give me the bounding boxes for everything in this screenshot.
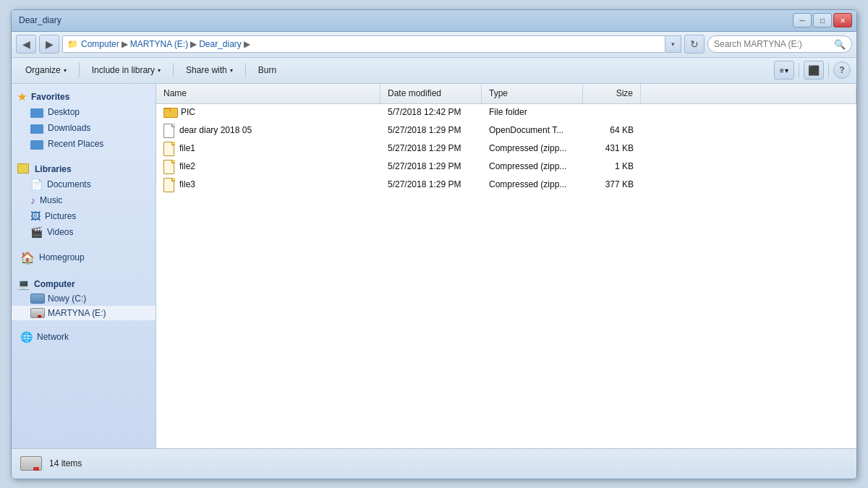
sidebar-section-computer: 💻 Computer Nowy (C:) MARTYNA (E:) — [12, 275, 156, 320]
network-icon: 🌐 — [20, 331, 33, 343]
file-list[interactable]: PIC 5/7/2018 12:42 PM File folder dear d… — [156, 104, 856, 448]
toolbar-separator-1 — [79, 63, 80, 77]
file-cell-type-file3: Compressed (zipp... — [482, 178, 583, 191]
address-bar: ◀ ▶ 📁 Computer ▶ MARTYNA (E:) ▶ Dear_dia… — [12, 32, 856, 58]
view-options-button[interactable]: ≡ ▾ — [774, 61, 794, 80]
refresh-button[interactable]: ↻ — [684, 35, 705, 53]
sidebar-section-network: 🌐 Network — [12, 329, 156, 345]
file-icon-folder-pic — [163, 107, 176, 118]
table-row[interactable]: file2 5/27/2018 1:29 PM Compressed (zipp… — [156, 158, 856, 176]
file-cell-name-deardiary: dear diary 2018 05 — [156, 122, 380, 138]
address-dropdown-button[interactable]: ▾ — [665, 35, 681, 53]
recent-places-folder-icon — [30, 138, 43, 150]
file-cell-name-file2: file2 — [156, 158, 380, 174]
explorer-window: Dear_diary ─ □ ✕ ◀ ▶ 📁 Computer ▶ MARTYN… — [11, 9, 857, 479]
breadcrumb-dear-diary[interactable]: Dear_diary — [199, 39, 242, 49]
sidebar-section-homegroup: 🏠 Homegroup — [12, 249, 156, 267]
include-library-button[interactable]: Include in library ▾ — [84, 60, 169, 80]
file-cell-type-deardiary: OpenDocument T... — [482, 124, 583, 137]
sidebar-spacer-2 — [12, 243, 156, 249]
close-button[interactable]: ✕ — [833, 13, 852, 27]
sidebar-item-martyna-e[interactable]: MARTYNA (E:) — [12, 306, 156, 320]
column-header-name[interactable]: Name — [156, 84, 380, 103]
status-drive-icon — [20, 455, 42, 472]
burn-button[interactable]: Burn — [250, 60, 284, 80]
address-path[interactable]: 📁 Computer ▶ MARTYNA (E:) ▶ Dear_diary ▶ — [62, 35, 665, 53]
share-with-button[interactable]: Share with ▾ — [178, 60, 241, 80]
column-header-type[interactable]: Type — [482, 84, 583, 103]
table-row[interactable]: file1 5/27/2018 1:29 PM Compressed (zipp… — [156, 140, 856, 158]
file-cell-size-file2: 1 KB — [583, 160, 641, 173]
file-icon-zip-file1 — [163, 142, 175, 155]
sidebar-spacer-3 — [12, 270, 156, 275]
search-box[interactable]: 🔍 — [707, 35, 852, 53]
downloads-folder-icon — [30, 122, 43, 134]
forward-button[interactable]: ▶ — [39, 35, 59, 53]
window-title: Dear_diary — [19, 15, 61, 25]
nowy-c-drive-icon — [30, 294, 43, 304]
preview-pane-button[interactable]: ⬛ — [804, 61, 824, 80]
file-cell-extra-file1 — [641, 147, 856, 150]
organize-dropdown-icon: ▾ — [64, 67, 67, 74]
title-bar: Dear_diary ─ □ ✕ — [12, 10, 856, 32]
file-icon-doc-deardiary — [163, 124, 175, 137]
search-icon: 🔍 — [834, 39, 846, 50]
file-area: Name Date modified Type Size P — [156, 84, 856, 448]
sidebar-item-downloads[interactable]: Downloads — [12, 120, 156, 136]
table-row[interactable]: PIC 5/7/2018 12:42 PM File folder — [156, 104, 856, 121]
help-button[interactable]: ? — [833, 61, 851, 79]
share-with-dropdown-icon: ▾ — [230, 67, 233, 74]
sidebar-item-desktop[interactable]: Desktop — [12, 104, 156, 120]
file-cell-type-pic: File folder — [482, 106, 583, 119]
include-library-dropdown-icon: ▾ — [158, 67, 161, 74]
file-cell-name-pic: PIC — [156, 106, 380, 119]
file-cell-size-file3: 377 KB — [583, 178, 641, 191]
file-cell-size-pic — [583, 111, 641, 114]
sidebar-item-music[interactable]: ♪ Music — [12, 192, 156, 208]
sidebar-item-nowy-c[interactable]: Nowy (C:) — [12, 291, 156, 306]
column-header-extra — [641, 84, 856, 103]
file-icon-zip-file3 — [163, 178, 175, 191]
libraries-icon — [17, 163, 30, 175]
sidebar-item-documents[interactable]: 📄 Documents — [12, 176, 156, 192]
sidebar-scroll-area[interactable]: ★ Favorites Desktop Downloads Recent Pla… — [12, 84, 156, 448]
folder-icon: 📁 — [67, 39, 78, 49]
music-icon: ♪ — [30, 194, 35, 206]
pictures-icon: 🖼 — [30, 210, 41, 222]
organize-button[interactable]: Organize ▾ — [17, 60, 75, 80]
sidebar-item-homegroup[interactable]: 🏠 Homegroup — [12, 249, 156, 267]
file-cell-extra-pic — [641, 111, 856, 114]
toolbar-separator-2 — [173, 63, 174, 77]
file-cell-date-file1: 5/27/2018 1:29 PM — [380, 142, 482, 155]
desktop-folder-icon — [30, 106, 43, 118]
column-header-size[interactable]: Size — [583, 84, 641, 103]
sidebar-item-pictures[interactable]: 🖼 Pictures — [12, 208, 156, 224]
view-list-icon: ≡ — [780, 67, 784, 74]
table-row[interactable]: file3 5/27/2018 1:29 PM Compressed (zipp… — [156, 176, 856, 194]
martyna-e-drive-icon — [30, 308, 43, 318]
minimize-button[interactable]: ─ — [793, 13, 812, 27]
search-input[interactable] — [714, 39, 831, 49]
maximize-button[interactable]: □ — [813, 13, 832, 27]
breadcrumb-computer[interactable]: Computer — [81, 39, 119, 49]
breadcrumb-martyna[interactable]: MARTYNA (E:) — [130, 39, 188, 49]
favorites-icon: ★ — [17, 91, 27, 103]
documents-icon: 📄 — [30, 179, 43, 190]
file-cell-name-file1: file1 — [156, 140, 380, 156]
sidebar-favorites-header[interactable]: ★ Favorites — [12, 88, 156, 104]
sidebar-item-network[interactable]: 🌐 Network — [12, 329, 156, 345]
sidebar-libraries-header[interactable]: Libraries — [12, 160, 156, 176]
file-cell-extra-file3 — [641, 183, 856, 186]
sidebar-item-videos[interactable]: 🎬 Videos — [12, 224, 156, 240]
file-cell-name-file3: file3 — [156, 176, 380, 192]
status-bar: 14 items — [12, 448, 856, 479]
file-cell-type-file1: Compressed (zipp... — [482, 142, 583, 155]
toolbar-separator-4 — [799, 63, 799, 77]
back-button[interactable]: ◀ — [16, 35, 36, 53]
item-count-label: 14 items — [49, 458, 82, 468]
column-header-date[interactable]: Date modified — [380, 84, 482, 103]
file-cell-extra-deardiary — [641, 129, 856, 132]
table-row[interactable]: dear diary 2018 05 5/27/2018 1:29 PM Ope… — [156, 121, 856, 140]
sidebar-computer-header[interactable]: 💻 Computer — [12, 275, 156, 291]
sidebar-item-recent-places[interactable]: Recent Places — [12, 136, 156, 152]
